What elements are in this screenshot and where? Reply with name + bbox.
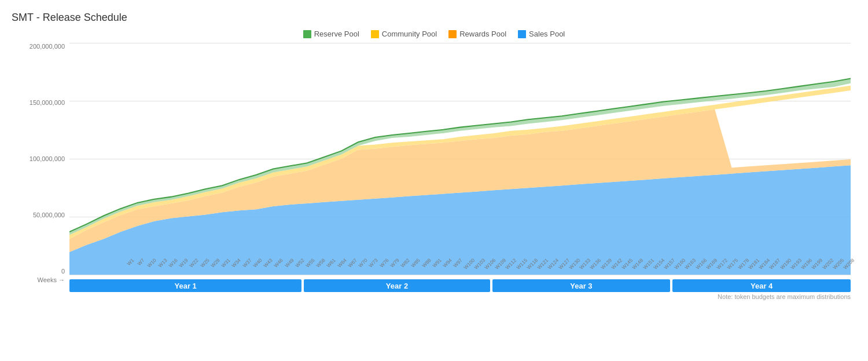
legend-color-rewards [448,30,457,38]
x-label: W1 [126,257,135,267]
weeks-label: Weeks → [12,276,69,283]
grid-line-bottom [69,275,851,275]
y-label-50m: 50,000,000 [33,212,65,218]
legend-label-rewards: Rewards Pool [459,30,506,38]
legend-item-community: Community Pool [371,30,437,38]
chart-plot: W1W7W10W13W16W19W22W25W28W31W34W37W40W43… [69,43,851,275]
y-label-150m: 150,000,000 [30,99,65,106]
year-bar-3: Year 3 [492,279,671,292]
legend-item-sales: Sales Pool [518,30,565,38]
legend-color-reserve [303,30,311,38]
year-bars: Year 1Year 2Year 3Year 4 [69,279,851,292]
year-bar-1: Year 1 [69,279,301,292]
chart-legend: Reserve Pool Community Pool Rewards Pool… [12,30,856,38]
year-bar-2: Year 2 [304,279,490,292]
legend-item-rewards: Rewards Pool [448,30,506,38]
legend-color-community [371,30,379,38]
y-label-200m: 200,000,000 [30,43,65,50]
legend-color-sales [518,30,526,38]
chart-area: 200,000,000 150,000,000 100,000,000 50,0… [12,43,856,292]
y-label-100m: 100,000,000 [30,155,65,162]
chart-svg [69,43,851,275]
y-axis: 200,000,000 150,000,000 100,000,000 50,0… [12,43,69,275]
x-label: W7 [137,257,146,267]
legend-label-sales: Sales Pool [529,30,565,38]
chart-note: Note: token budgets are maximum distribu… [12,293,856,300]
chart-title: SMT - Release Schedule [12,12,856,24]
legend-item-reserve: Reserve Pool [303,30,359,38]
year-bar-4: Year 4 [672,279,851,292]
y-label-0: 0 [61,268,65,275]
legend-label-community: Community Pool [382,30,437,38]
x-axis-labels: W1W7W10W13W16W19W22W25W28W31W34W37W40W43… [127,254,845,266]
legend-label-reserve: Reserve Pool [314,30,359,38]
